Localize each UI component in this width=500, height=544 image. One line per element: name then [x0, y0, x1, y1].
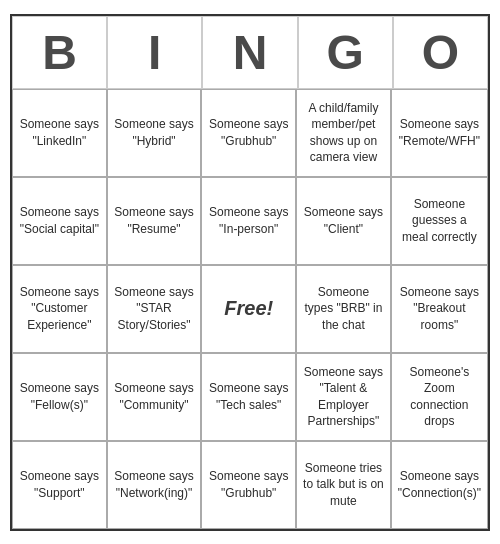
bingo-cell-r2c1[interactable]: Someone says "Social capital" [12, 177, 107, 265]
bingo-cell-r3c3[interactable]: Free! [201, 265, 296, 353]
bingo-cell-r5c3[interactable]: Someone says "Grubhub" [201, 441, 296, 529]
bingo-cell-r2c4[interactable]: Someone says "Client" [296, 177, 391, 265]
bingo-cell-r5c5[interactable]: Someone says "Connection(s)" [391, 441, 488, 529]
bingo-cell-r3c4[interactable]: Someone types "BRB" in the chat [296, 265, 391, 353]
bingo-letter-g: G [298, 16, 393, 89]
bingo-cell-r2c2[interactable]: Someone says "Resume" [107, 177, 202, 265]
bingo-cell-r3c1[interactable]: Someone says "Customer Experience" [12, 265, 107, 353]
bingo-cell-r1c4[interactable]: A child/family member/pet shows up on ca… [296, 89, 391, 177]
bingo-cell-r4c1[interactable]: Someone says "Fellow(s)" [12, 353, 107, 441]
bingo-cell-r5c2[interactable]: Someone says "Network(ing)" [107, 441, 202, 529]
bingo-cell-r2c5[interactable]: Someone guesses a meal correctly [391, 177, 488, 265]
bingo-letter-b: B [12, 16, 107, 89]
bingo-cell-r5c4[interactable]: Someone tries to talk but is on mute [296, 441, 391, 529]
bingo-grid: Someone says "LinkedIn"Someone says "Hyb… [12, 89, 488, 529]
bingo-cell-r1c2[interactable]: Someone says "Hybrid" [107, 89, 202, 177]
bingo-cell-r4c2[interactable]: Someone says "Community" [107, 353, 202, 441]
bingo-cell-r4c3[interactable]: Someone says "Tech sales" [201, 353, 296, 441]
bingo-card: BINGO Someone says "LinkedIn"Someone say… [10, 14, 490, 531]
bingo-cell-r1c5[interactable]: Someone says "Remote/WFH" [391, 89, 488, 177]
bingo-cell-r1c1[interactable]: Someone says "LinkedIn" [12, 89, 107, 177]
bingo-cell-r3c5[interactable]: Someone says "Breakout rooms" [391, 265, 488, 353]
bingo-cell-r5c1[interactable]: Someone says "Support" [12, 441, 107, 529]
bingo-cell-r4c5[interactable]: Someone's Zoom connection drops [391, 353, 488, 441]
bingo-header: BINGO [12, 16, 488, 89]
bingo-letter-i: I [107, 16, 202, 89]
bingo-cell-r1c3[interactable]: Someone says "Grubhub" [201, 89, 296, 177]
bingo-cell-r3c2[interactable]: Someone says "STAR Story/Stories" [107, 265, 202, 353]
bingo-cell-r4c4[interactable]: Someone says "Talent & Employer Partners… [296, 353, 391, 441]
bingo-letter-o: O [393, 16, 488, 89]
bingo-letter-n: N [202, 16, 297, 89]
bingo-cell-r2c3[interactable]: Someone says "In-person" [201, 177, 296, 265]
